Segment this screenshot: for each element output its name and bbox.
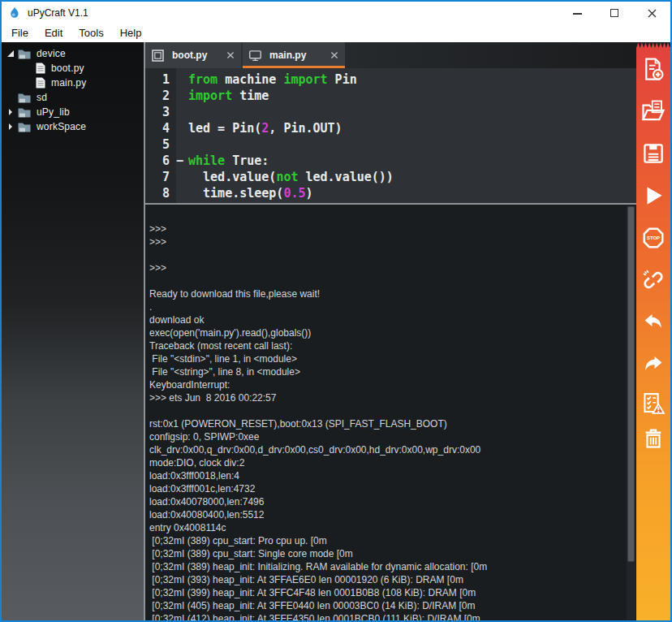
clear-button[interactable] <box>636 421 670 456</box>
board-icon <box>152 50 164 62</box>
expand-arrow[interactable] <box>5 106 18 118</box>
editor-column: boot.py main.py 1 from machine import Pi… <box>144 42 636 620</box>
code-token: machine <box>218 72 283 87</box>
open-file-button[interactable] <box>636 90 670 132</box>
console-line <box>149 209 625 222</box>
sidebar-item-sd[interactable]: sd <box>2 90 144 105</box>
line-number: 3 <box>145 104 176 120</box>
expand-arrow[interactable] <box>5 121 18 132</box>
code-token: from <box>188 72 218 87</box>
menu-item-tools[interactable]: Tools <box>71 24 111 42</box>
code-text: led.value(not led.value()) <box>188 169 394 185</box>
maximize-button[interactable] <box>596 2 633 24</box>
tree-item-label: main.py <box>51 77 86 89</box>
code-token: led = Pin( <box>188 121 261 136</box>
console-line: >>> <box>149 235 625 248</box>
code-token: 2 <box>261 121 269 136</box>
code-text: from machine import Pin <box>188 71 357 88</box>
console-line: [0;32mI (389) heap_init: Initializing. R… <box>149 560 625 573</box>
syntax-check-button[interactable] <box>636 386 670 421</box>
code-line: 1 from machine import Pin <box>145 71 636 88</box>
menu-item-help[interactable]: Help <box>112 24 150 42</box>
console-line: rst:0x1 (POWERON_RESET),boot:0x13 (SPI_F… <box>149 417 625 430</box>
sidebar-item-workspace[interactable]: workSpace <box>2 119 144 134</box>
console-line: [0;32mI (389) cpu_start: Single core mod… <box>149 547 625 560</box>
tab-main-py[interactable]: main.py <box>243 42 345 68</box>
code-line: 5 <box>145 136 636 153</box>
sidebar-item-main-py[interactable]: main.py <box>2 76 144 90</box>
line-number: 2 <box>145 88 176 104</box>
stop-button[interactable] <box>636 217 670 259</box>
scrollbar-thumb[interactable] <box>627 206 635 562</box>
download-run-icon <box>641 184 666 208</box>
tab-label: main.py <box>269 50 306 61</box>
fold-marker <box>176 88 188 104</box>
file-icon <box>36 77 45 89</box>
tree-item-label: sd <box>37 92 47 103</box>
sidebar-item-device[interactable]: device <box>2 46 144 61</box>
console-line: mode:DIO, clock div:2 <box>149 456 625 469</box>
console-line: [0;32mI (393) heap_init: At 3FFAE6E0 len… <box>149 573 625 586</box>
tab-bar: boot.py main.py <box>145 42 636 68</box>
new-file-button[interactable] <box>636 48 670 90</box>
tab-boot-py[interactable]: boot.py <box>145 42 241 68</box>
minimize-button[interactable] <box>558 2 596 24</box>
code-line: 8 time.sleep(0.5) <box>145 185 636 201</box>
console-line: >>> ets Jun 8 2016 00:22:57 <box>149 391 625 404</box>
console-line: File "<stdin>", line 1, in <module> <box>149 352 625 365</box>
console-line <box>149 248 625 261</box>
line-number: 8 <box>145 185 176 201</box>
clear-icon <box>641 426 666 451</box>
fold-marker <box>176 169 188 185</box>
console-line: load:0x3fff0018,len:4 <box>149 469 625 482</box>
download-run-button[interactable] <box>636 175 670 217</box>
close-icon[interactable] <box>226 51 235 59</box>
console-output[interactable]: >>> >>> >>> Ready to download this file,… <box>145 203 636 620</box>
console-line: . <box>149 300 625 313</box>
tree-item-label: boot.py <box>51 63 84 74</box>
console-line: exec(open('main.py').read(),globals()) <box>149 326 625 339</box>
toolbar-panel <box>636 42 670 620</box>
sidebar-item-boot-py[interactable]: boot.py <box>2 61 144 76</box>
undo-button[interactable] <box>636 301 670 343</box>
folder-icon <box>18 122 31 132</box>
code-token: Pin <box>328 72 357 87</box>
line-number: 5 <box>145 136 176 153</box>
code-line: 4 led = Pin(2, Pin.OUT) <box>145 120 636 136</box>
toolbar-buttons <box>636 48 670 620</box>
file-tree-panel[interactable]: device boot.py main.py sd uPy_lib workSp… <box>2 42 144 620</box>
expand-arrow[interactable] <box>5 48 18 59</box>
folder-icon <box>18 107 31 118</box>
code-token: , Pin.OUT) <box>269 121 342 136</box>
close-icon[interactable] <box>330 51 338 59</box>
main-area: device boot.py main.py sd uPy_lib workSp… <box>2 42 670 620</box>
code-editor[interactable]: 1 from machine import Pin 2 import time … <box>145 68 636 203</box>
upycraft-window: uPyCraft V1.1 FileEditToolsHelp device b… <box>0 0 672 622</box>
code-line: 7 led.value(not led.value()) <box>145 169 636 185</box>
code-token: led.value( <box>188 170 276 184</box>
file-icon <box>36 63 45 74</box>
code-line: 6 − while True: <box>145 153 636 169</box>
minimize-icon <box>573 13 582 15</box>
app-logo-icon <box>9 6 20 19</box>
fold-marker[interactable]: − <box>176 153 188 169</box>
syntax-check-icon <box>641 391 666 416</box>
sidebar-item-upy-lib[interactable]: uPy_lib <box>2 105 144 119</box>
menu-item-edit[interactable]: Edit <box>37 24 71 42</box>
connect-button[interactable] <box>636 259 670 301</box>
new-file-icon <box>641 57 666 81</box>
open-file-icon <box>641 99 666 123</box>
code-token: while <box>188 153 225 168</box>
redo-button[interactable] <box>636 343 670 386</box>
menu-item-file[interactable]: File <box>3 24 37 42</box>
close-button[interactable] <box>633 2 670 24</box>
window-title: uPyCraft V1.1 <box>28 7 88 19</box>
code-line: 3 <box>145 104 636 120</box>
window-controls <box>558 2 670 24</box>
console-line: KeyboardInterrupt: <box>149 378 625 391</box>
save-button[interactable] <box>636 132 670 175</box>
folder-icon <box>18 49 31 59</box>
title-bar: uPyCraft V1.1 <box>2 2 670 24</box>
expand-arrow <box>5 92 18 103</box>
console-scrollbar[interactable] <box>627 205 635 620</box>
